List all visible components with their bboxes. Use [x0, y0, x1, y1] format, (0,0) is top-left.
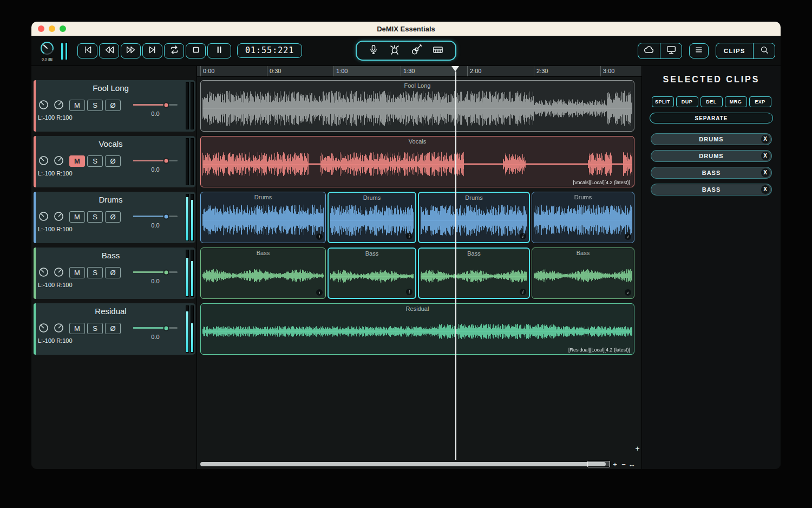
info-icon[interactable]: i: [625, 289, 631, 296]
volume-slider[interactable]: [133, 271, 178, 273]
stop-button[interactable]: [186, 43, 206, 58]
solo-button[interactable]: S: [87, 323, 103, 334]
mute-button[interactable]: M: [69, 267, 85, 278]
phase-button[interactable]: Ø: [105, 267, 121, 278]
solo-button[interactable]: S: [87, 267, 103, 278]
clip-fool-long[interactable]: Fool Long: [200, 80, 634, 132]
close-window-button[interactable]: [38, 25, 44, 32]
pan-right-knob[interactable]: [54, 267, 64, 279]
remove-clip-button[interactable]: X: [761, 185, 770, 194]
stem-piano-button[interactable]: [431, 43, 444, 58]
stem-guitar-button[interactable]: [410, 43, 423, 58]
selected-clip-item[interactable]: DRUMS X: [651, 150, 772, 162]
info-icon[interactable]: i: [406, 233, 412, 239]
zoom-out-button[interactable]: −: [620, 460, 627, 469]
pan-right-knob[interactable]: [54, 155, 64, 168]
info-icon[interactable]: i: [520, 233, 526, 239]
horizontal-scrollbar[interactable]: [200, 462, 610, 466]
track-header-bass[interactable]: Bass M S Ø 0.0 L:-100 R:100: [34, 248, 195, 299]
mute-button[interactable]: M: [69, 155, 85, 167]
clip-bass-3[interactable]: Bass i: [418, 248, 530, 299]
pause-button[interactable]: [207, 43, 231, 58]
master-gain[interactable]: 0.0 dB: [37, 40, 57, 61]
pan-right-knob[interactable]: [54, 323, 64, 335]
clip-bass-4[interactable]: Bass i: [532, 248, 634, 299]
phase-button[interactable]: Ø: [105, 211, 121, 223]
info-icon[interactable]: i: [520, 289, 526, 295]
loop-button[interactable]: [164, 43, 184, 58]
volume-slider[interactable]: [133, 216, 178, 217]
pan-left-knob[interactable]: [38, 155, 49, 168]
clips-button[interactable]: CLIPS: [716, 43, 753, 58]
pan-left-knob[interactable]: [38, 323, 49, 335]
track-header-drums[interactable]: Drums M S Ø 0.0 L:-100 R:100: [34, 192, 195, 243]
info-icon[interactable]: i: [316, 233, 323, 240]
export-button[interactable]: EXP: [749, 96, 771, 107]
pan-right-knob[interactable]: [54, 100, 64, 112]
volume-slider[interactable]: [133, 104, 178, 106]
solo-button[interactable]: S: [87, 211, 103, 223]
track-header-residual[interactable]: Residual M S Ø 0.0 L:-100 R:100: [34, 303, 195, 355]
info-icon[interactable]: i: [316, 289, 323, 296]
phase-button[interactable]: Ø: [105, 100, 121, 111]
clip-vocals[interactable]: Vocals [Vocals][Local][4.2 (latest)]: [200, 136, 634, 187]
clip-drums-3[interactable]: Drums i: [418, 192, 530, 243]
delete-button[interactable]: DEL: [700, 96, 723, 107]
fast-forward-button[interactable]: [121, 43, 141, 58]
remove-clip-button[interactable]: X: [761, 168, 770, 177]
scrollbar-thumb[interactable]: [200, 462, 606, 466]
volume-slider[interactable]: [133, 327, 178, 329]
rewind-button[interactable]: [99, 43, 119, 58]
selected-clip-item[interactable]: BASS X: [651, 167, 772, 179]
selected-clip-item[interactable]: BASS X: [651, 184, 772, 196]
clip-drums-1[interactable]: Drums i: [200, 192, 326, 243]
info-icon[interactable]: i: [406, 289, 412, 295]
mute-button[interactable]: M: [69, 100, 85, 111]
monitor-button[interactable]: [660, 43, 682, 58]
menu-button[interactable]: [689, 43, 709, 58]
track-header-vocals[interactable]: Vocals M S Ø 0.0 L:-100 R:100: [34, 136, 195, 187]
pan-left-knob[interactable]: [38, 267, 49, 279]
duplicate-button[interactable]: DUP: [676, 96, 698, 107]
phase-button[interactable]: Ø: [105, 323, 121, 334]
merge-button[interactable]: MRG: [725, 96, 747, 107]
search-button[interactable]: [753, 43, 775, 58]
separate-button[interactable]: SEPARATE: [650, 113, 773, 123]
zoom-in-button[interactable]: +: [611, 460, 619, 469]
loop-region[interactable]: [333, 66, 455, 76]
maximize-window-button[interactable]: [60, 25, 66, 32]
add-lane-button[interactable]: +: [634, 444, 641, 453]
track-header-fool-long[interactable]: Fool Long M S Ø 0.0 L:-100 R:100: [34, 80, 195, 132]
master-gain-knob-icon: [39, 49, 55, 58]
solo-button[interactable]: S: [87, 155, 103, 167]
split-button[interactable]: SPLIT: [652, 96, 674, 107]
pan-right-knob[interactable]: [54, 211, 64, 224]
clip-drums-2[interactable]: Drums i: [328, 192, 416, 243]
zoom-fit-button[interactable]: ↔: [628, 460, 636, 469]
mute-button[interactable]: M: [69, 323, 85, 334]
skip-start-button[interactable]: [77, 43, 97, 58]
minimize-window-button[interactable]: [49, 25, 55, 32]
skip-end-button[interactable]: [142, 43, 162, 58]
mute-button[interactable]: M: [69, 211, 85, 223]
remove-clip-button[interactable]: X: [761, 135, 770, 144]
zoom-range-handle[interactable]: [587, 461, 610, 467]
solo-button[interactable]: S: [87, 100, 103, 111]
stem-vocals-button[interactable]: [368, 44, 379, 58]
volume-slider[interactable]: [133, 160, 178, 161]
window-title: DeMIX Essentials: [377, 25, 435, 33]
clip-residual[interactable]: Residual [Residual][Local][4.2 (latest)]: [200, 303, 634, 355]
pan-left-knob[interactable]: [38, 100, 49, 112]
info-icon[interactable]: i: [625, 233, 631, 240]
cloud-button[interactable]: [638, 43, 660, 58]
pan-left-knob[interactable]: [38, 211, 49, 224]
timeline-ruler[interactable]: 0:00 0:30 1:00 1:30 2:00 2:30 3:00: [197, 66, 641, 77]
clip-bass-1[interactable]: Bass i: [200, 248, 326, 299]
phase-button[interactable]: Ø: [105, 155, 121, 167]
playhead-marker[interactable]: [451, 66, 459, 71]
selected-clip-item[interactable]: DRUMS X: [651, 133, 772, 145]
clip-drums-4[interactable]: Drums i: [532, 192, 634, 243]
stem-drums-button[interactable]: [388, 43, 401, 58]
remove-clip-button[interactable]: X: [761, 152, 770, 160]
clip-bass-2[interactable]: Bass i: [328, 248, 416, 299]
